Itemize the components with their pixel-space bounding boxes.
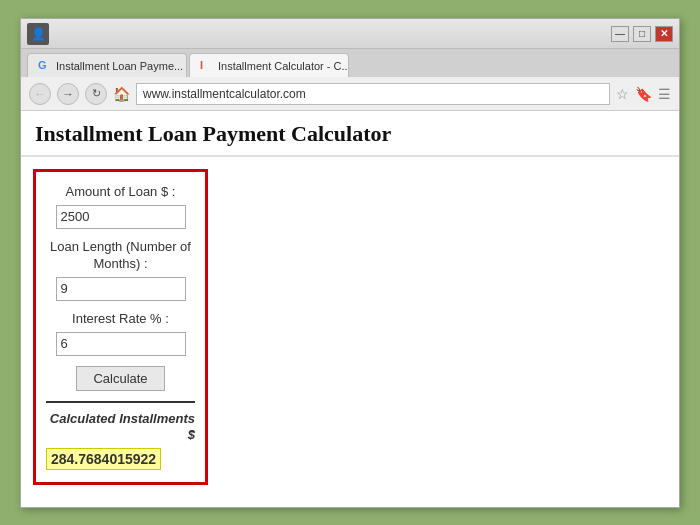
calculator-box: Amount of Loan $ : Loan Length (Number o… xyxy=(33,169,208,485)
result-value: 284.7684015922 xyxy=(46,448,161,470)
browser-window: 👤 — □ ✕ G Installment Loan Payme... ✕ I … xyxy=(20,18,680,508)
window-controls: — □ ✕ xyxy=(611,26,673,42)
url-input[interactable] xyxy=(136,83,610,105)
page-title: Installment Loan Payment Calculator xyxy=(35,121,665,147)
calculator-section: Amount of Loan $ : Loan Length (Number o… xyxy=(21,157,679,497)
tab2-favicon: I xyxy=(200,59,214,73)
refresh-button[interactable]: ↻ xyxy=(85,83,107,105)
home-button[interactable]: 🏠 xyxy=(113,86,130,102)
address-bar: ← → ↻ 🏠 ☆ 🔖 ☰ xyxy=(21,77,679,111)
title-bar: 👤 — □ ✕ xyxy=(21,19,679,49)
tab1-favicon: G xyxy=(38,59,52,73)
back-button[interactable]: ← xyxy=(29,83,51,105)
tab-2[interactable]: I Installment Calculator - C... ✕ xyxy=(189,53,349,77)
page-header: Installment Loan Payment Calculator xyxy=(21,111,679,157)
loan-length-input[interactable] xyxy=(56,277,186,301)
interest-rate-input[interactable] xyxy=(56,332,186,356)
loan-length-field-group: Loan Length (Number of Months) : xyxy=(46,239,195,301)
bookmark-icon[interactable]: 🔖 xyxy=(635,86,652,102)
maximize-button[interactable]: □ xyxy=(633,26,651,42)
interest-rate-field-group: Interest Rate % : xyxy=(46,311,195,356)
tab2-label: Installment Calculator - C... xyxy=(218,60,349,72)
amount-field-group: Amount of Loan $ : xyxy=(46,184,195,229)
close-button[interactable]: ✕ xyxy=(655,26,673,42)
amount-label: Amount of Loan $ : xyxy=(46,184,195,201)
result-label: Calculated Installments $ xyxy=(46,411,195,445)
tab-1[interactable]: G Installment Loan Payme... ✕ xyxy=(27,53,187,77)
star-icon[interactable]: ☆ xyxy=(616,86,629,102)
tab1-label: Installment Loan Payme... xyxy=(56,60,183,72)
tab-bar: G Installment Loan Payme... ✕ I Installm… xyxy=(21,49,679,77)
loan-length-label: Loan Length (Number of Months) : xyxy=(46,239,195,273)
calculate-button[interactable]: Calculate xyxy=(76,366,164,391)
forward-button[interactable]: → xyxy=(57,83,79,105)
amount-input[interactable] xyxy=(56,205,186,229)
page-content: Installment Loan Payment Calculator Amou… xyxy=(21,111,679,507)
interest-rate-label: Interest Rate % : xyxy=(46,311,195,328)
minimize-button[interactable]: — xyxy=(611,26,629,42)
divider xyxy=(46,401,195,403)
user-icon: 👤 xyxy=(27,23,49,45)
menu-icon[interactable]: ☰ xyxy=(658,86,671,102)
